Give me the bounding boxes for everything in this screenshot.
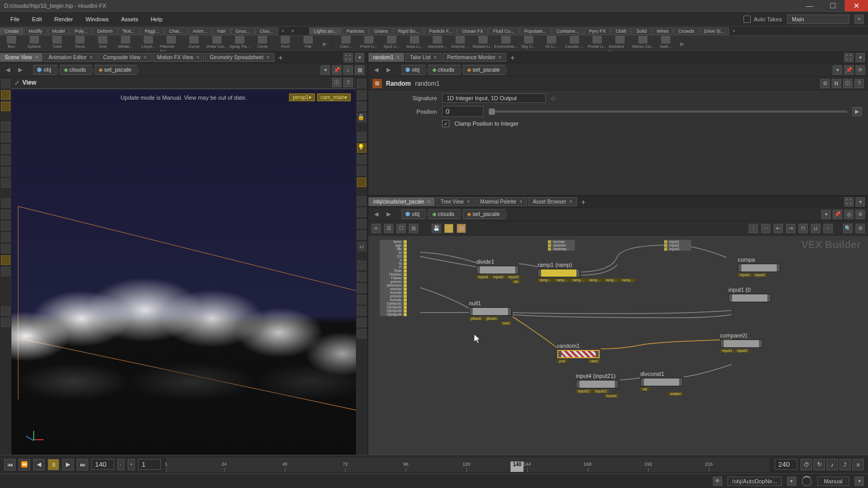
node-divide1[interactable]: divide1input1input2input3div — [476, 259, 520, 283]
close-icon[interactable]: × — [467, 199, 470, 205]
grid-dots-icon[interactable]: ⁘ — [823, 224, 833, 233]
nav-back[interactable]: ◀ — [371, 65, 381, 75]
pane-menu-icon[interactable]: ▾ — [355, 53, 364, 62]
path-setpscale[interactable]: ◆ set_pscale — [463, 209, 506, 219]
info-icon[interactable]: ⓘ — [332, 78, 341, 87]
shelf-tool[interactable]: Cam... — [335, 35, 357, 52]
start-frame-field[interactable] — [138, 459, 161, 470]
shelf-tool[interactable]: Metab... — [114, 35, 137, 52]
shelf-tab[interactable]: Crowds — [673, 28, 699, 35]
help-icon[interactable]: ? — [343, 78, 353, 87]
shelf-tool[interactable]: Spot Li... — [380, 35, 403, 52]
lock-icon[interactable]: 🔒 — [357, 113, 366, 123]
node-input4[interactable]: input4 (input21)input21input21bound — [576, 373, 618, 398]
flipbook-tool[interactable] — [1, 318, 10, 327]
shelf-tool[interactable]: Circle — [251, 35, 274, 52]
shelf-tool[interactable]: Area Li... — [403, 35, 426, 52]
tree-icon[interactable]: ☰ — [384, 224, 393, 233]
save-icon[interactable]: 💾 — [432, 224, 441, 233]
help-icon[interactable]: ? — [855, 79, 864, 88]
c-plane-tool[interactable] — [1, 255, 10, 265]
shelf-tab[interactable]: Char... — [164, 28, 188, 35]
first-frame-button[interactable]: ⏮ — [4, 459, 16, 470]
camera-dropdown[interactable]: cam_main▾ — [317, 93, 351, 101]
shelf-tool[interactable]: Font — [274, 35, 297, 52]
globals-node[interactable]: forceagelifeidCdvNPTimeTimeIncFrameprinu… — [380, 240, 407, 316]
frame-up[interactable]: + — [128, 459, 135, 470]
h-icon[interactable]: 𝐇 — [832, 79, 841, 88]
take-dropdown[interactable]: Main — [787, 15, 849, 24]
timeline-ruler[interactable]: 124487296120144168192216140 — [166, 457, 769, 472]
menu-edit[interactable]: Edit — [26, 13, 48, 25]
path-dropdown[interactable]: ▾ — [833, 65, 842, 75]
shelf-tab[interactable]: Model — [48, 28, 70, 35]
list-icon[interactable]: ≡ — [371, 224, 381, 233]
link-icon[interactable]: ⟳ — [856, 65, 865, 75]
shelf-tab[interactable]: Modify — [24, 28, 47, 35]
move-tool[interactable] — [1, 102, 10, 111]
home-icon[interactable]: ⌂ — [343, 65, 353, 75]
plus-button[interactable]: + — [855, 15, 864, 24]
path-clouds[interactable]: ◆ clouds — [429, 209, 460, 219]
bones-tool[interactable] — [1, 179, 10, 188]
close-icon[interactable]: × — [396, 55, 399, 60]
expand-icon[interactable]: ▶ — [852, 107, 862, 116]
shelf-tab[interactable]: Particle F... — [424, 28, 457, 35]
netbox-icon[interactable]: ▤ — [457, 224, 466, 233]
update-mode-dropdown[interactable]: Manual — [817, 477, 849, 486]
shelf-tool[interactable]: Swit... — [654, 35, 677, 52]
fullscreen-icon[interactable]: ⛶ — [844, 53, 853, 62]
shelf-tab[interactable]: Drive Si... — [699, 28, 729, 35]
lighting-icon[interactable]: 💡 — [357, 143, 366, 153]
info-icon[interactable]: ⓘ — [843, 79, 852, 88]
snap-edge-tool[interactable] — [1, 221, 10, 231]
normal-vec-icon[interactable] — [357, 283, 366, 293]
pane-menu-icon[interactable]: ▾ — [856, 53, 865, 62]
shelf-tool[interactable]: Box — [0, 35, 23, 52]
path-clouds[interactable]: ◆ clouds — [429, 65, 460, 75]
gear-icon[interactable]: ⚙ — [856, 210, 865, 219]
shelf-tab-add-left[interactable]: + — [279, 29, 287, 34]
pane-tab[interactable]: Composite View× — [99, 53, 151, 62]
gear-icon[interactable]: ⚙ — [856, 224, 865, 233]
shelf-tool[interactable]: Tube — [46, 35, 68, 52]
fullscreen-icon[interactable]: ⛶ — [343, 53, 353, 62]
search-icon[interactable]: 🔍 — [843, 224, 852, 233]
node-compare1[interactable]: compainput1input2 — [738, 256, 780, 277]
shelf-tab[interactable]: Create — [0, 28, 23, 35]
menu-windows[interactable]: Windows — [79, 13, 115, 25]
pane-tab[interactable]: Geometry Spreadsheet× — [205, 53, 274, 62]
viewport[interactable]: Update mode is Manual. View may be out o… — [11, 89, 356, 455]
shelf-tool[interactable]: Torus — [68, 35, 91, 52]
shelf-tab[interactable]: Containe... — [552, 28, 584, 35]
play-forward-button[interactable]: ▶ — [62, 459, 74, 470]
pose-tool[interactable] — [1, 167, 10, 177]
shelf-tool[interactable]: Caustic ... — [563, 35, 586, 52]
close-icon[interactable]: × — [569, 199, 572, 205]
primnum-icon[interactable] — [357, 272, 366, 281]
menu-file[interactable]: File — [4, 13, 26, 25]
node-compare2[interactable]: compare2(input1input2 — [720, 332, 763, 353]
shelf-tab[interactable]: Fluid Co... — [488, 28, 519, 35]
scale-tool[interactable] — [1, 156, 10, 165]
shelf-tool[interactable]: Sphere — [23, 35, 46, 52]
shelf-tool[interactable]: Stereo Ca... — [631, 35, 654, 52]
pane-tab[interactable]: Asset Browser× — [528, 197, 577, 206]
anim-editor-button[interactable]: ≡ — [852, 459, 864, 470]
render-tool[interactable] — [1, 306, 10, 316]
shelf-tool[interactable]: LSyst... — [137, 35, 160, 52]
shelf-tool[interactable]: Volume ... — [449, 35, 472, 52]
shelf-tab[interactable]: Hair — [212, 28, 230, 35]
update-mode-arrow[interactable]: ▾ — [855, 477, 864, 486]
close-icon[interactable]: × — [144, 55, 147, 60]
shelf-tab[interactable]: Populate... — [519, 28, 551, 35]
pane-menu-icon[interactable]: ▾ — [856, 197, 865, 207]
12-icon[interactable]: 12 — [357, 242, 366, 251]
select-tool[interactable] — [1, 90, 10, 100]
ao-icon[interactable] — [357, 219, 366, 228]
shelf-tab[interactable]: Lights an... — [309, 28, 341, 35]
nav-back[interactable]: ◀ — [371, 210, 381, 219]
path-setpscale[interactable]: ◆ set_pscale — [463, 65, 506, 75]
pin-icon[interactable]: 📌 — [332, 65, 341, 75]
current-frame-field[interactable] — [91, 459, 114, 470]
